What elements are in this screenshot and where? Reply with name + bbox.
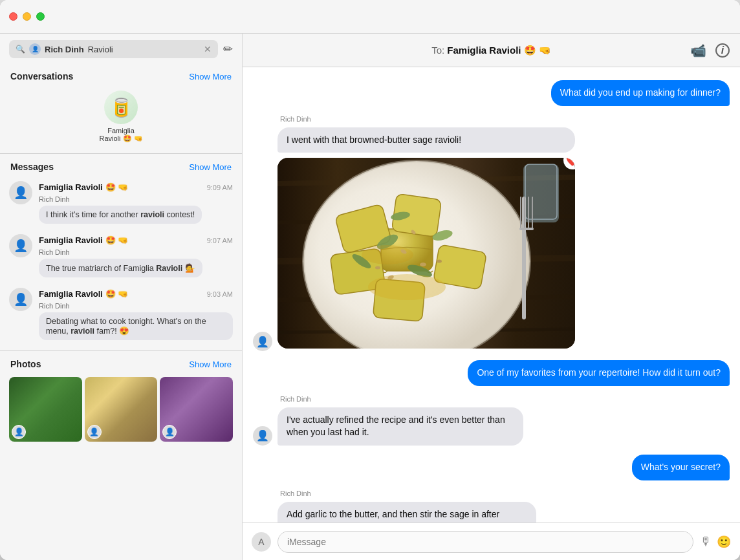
main-content: 🔍 👤 Rich Dinh Ravioli ✕ ✏ Conversations … (0, 34, 740, 560)
chat-actions: 📹 i (690, 43, 730, 58)
sender-name-1: Rich Dinh (280, 115, 575, 123)
search-contact-name: Rich Dinh (45, 45, 84, 54)
bubble-out-3: What's your secret? (632, 455, 730, 480)
msg-avatar-2: 👤 (9, 234, 32, 257)
conversation-item-famiglia[interactable]: 🥫 FamigliaRavioli 🤩 🤜 (0, 85, 242, 148)
msg-time-3: 9:03 AM (207, 290, 233, 298)
minimize-button[interactable] (23, 12, 31, 21)
traffic-lights (9, 12, 45, 21)
group-bubbles-3: Rich Dinh Add garlic to the butter, and … (278, 490, 536, 522)
food-image-svg (278, 158, 575, 349)
msg-group-in-2: 👤 Rich Dinh I've actually refined the re… (253, 395, 587, 446)
msg-time-1: 9:09 AM (207, 184, 233, 191)
chat-area: To: Famiglia Ravioli 🤩 🤜 📹 i What did yo… (243, 34, 740, 560)
photo-thumb-2[interactable]: 👤 (85, 377, 158, 442)
food-image-container: ❤️ (278, 158, 575, 349)
sidebar: 🔍 👤 Rich Dinh Ravioli ✕ ✏ Conversations … (0, 34, 243, 560)
group-bubbles-1: Rich Dinh I went with that browned-butte… (278, 115, 575, 352)
search-query-text: Ravioli (88, 45, 113, 54)
compose-button[interactable]: ✏ (223, 42, 233, 56)
msg-group-name-2: Famiglia Ravioli 🤩 🤜 (39, 235, 128, 245)
bubble-in-1: I went with that browned-butter sage rav… (278, 127, 575, 153)
svg-point-27 (375, 266, 380, 270)
message-row-3[interactable]: 👤 Famiglia Ravioli 🤩 🤜 Rich Dinh 9:03 AM… (0, 283, 242, 345)
svg-rect-31 (520, 197, 521, 229)
food-image-wrapper: ❤️ (278, 158, 575, 349)
photo-avatar-1: 👤 (12, 425, 26, 439)
contact-avatar-search: 👤 (29, 43, 41, 55)
messages-header: Messages Show More (0, 154, 242, 176)
sender-name-3: Rich Dinh (280, 490, 536, 497)
msg-header-1: Famiglia Ravioli 🤩 🤜 Rich Dinh 9:09 AM (39, 181, 233, 204)
close-button[interactable] (9, 12, 17, 21)
input-actions: 🎙 🙂 (700, 535, 731, 549)
msg-preview-3: Debating what to cook tonight. What's on… (39, 312, 233, 340)
bubble-in-2: I've actually refined the recipe and it'… (278, 407, 523, 446)
photo-thumb-1[interactable]: 👤 (9, 377, 82, 442)
svg-point-23 (420, 263, 426, 266)
to-label: To: (431, 45, 447, 56)
sender-avatar-2: 👤 (253, 426, 272, 446)
chat-title: To: Famiglia Ravioli 🤩 🤜 (431, 45, 551, 56)
message-row-1[interactable]: 👤 Famiglia Ravioli 🤩 🤜 Rich Dinh 9:09 AM… (0, 176, 242, 229)
message-input[interactable] (278, 531, 693, 553)
photo-avatar-2: 👤 (87, 425, 102, 439)
video-call-button[interactable]: 📹 (690, 43, 706, 58)
search-icon: 🔍 (16, 45, 25, 54)
photos-grid: 👤 👤 👤 (0, 373, 242, 451)
msg-body-2: Famiglia Ravioli 🤩 🤜 Rich Dinh 9:07 AM T… (39, 234, 233, 277)
msg-out-3: What's your secret? (253, 455, 730, 480)
svg-rect-35 (519, 228, 534, 230)
famiglia-avatar: 🥫 (104, 91, 138, 124)
maximize-button[interactable] (36, 12, 45, 21)
conversations-header: Conversations Show More (0, 63, 242, 85)
photo-thumb-3[interactable]: 👤 (160, 377, 233, 442)
photos-title: Photos (10, 359, 41, 369)
sender-avatar-1: 👤 (253, 332, 272, 351)
apps-button[interactable]: A (252, 532, 271, 552)
chat-header: To: Famiglia Ravioli 🤩 🤜 📹 i (243, 34, 740, 67)
msg-group-in-1: 👤 Rich Dinh I went with that browned-but… (253, 115, 587, 352)
svg-rect-32 (524, 197, 525, 229)
msg-group-in-3: 👤 Rich Dinh Add garlic to the butter, an… (253, 490, 587, 522)
msg-avatar-1: 👤 (9, 181, 32, 204)
svg-point-20 (368, 274, 446, 300)
message-row-2[interactable]: 👤 Famiglia Ravioli 🤩 🤜 Rich Dinh 9:07 AM… (0, 229, 242, 283)
msg-out-2: One of my favorites from your repertoire… (253, 360, 730, 386)
search-bar[interactable]: 🔍 👤 Rich Dinh Ravioli ✕ (9, 40, 218, 58)
famiglia-name: FamigliaRavioli 🤩 🤜 (99, 127, 142, 143)
photo-avatar-3: 👤 (162, 425, 177, 439)
msg-header-2: Famiglia Ravioli 🤩 🤜 Rich Dinh 9:07 AM (39, 234, 233, 257)
photos-show-more[interactable]: Show More (189, 360, 232, 369)
conversations-title: Conversations (10, 71, 73, 81)
messages-show-more[interactable]: Show More (189, 162, 232, 172)
msg-group-name-3: Famiglia Ravioli 🤩 🤜 (39, 289, 128, 299)
bubble-out-2: One of my favorites from your repertoire… (468, 360, 730, 386)
messages-title: Messages (10, 162, 54, 172)
photos-header: Photos Show More (0, 351, 242, 373)
bubble-in-3: Add garlic to the butter, and then stir … (278, 502, 536, 522)
svg-rect-34 (532, 197, 533, 229)
msg-avatar-3: 👤 (9, 288, 32, 311)
msg-time-2: 9:07 AM (207, 237, 233, 244)
chat-input-bar: A 🎙 🙂 (243, 522, 740, 560)
photos-section: Photos Show More 👤 👤 👤 (0, 350, 242, 451)
search-clear-button[interactable]: ✕ (204, 44, 212, 54)
msg-body-3: Famiglia Ravioli 🤩 🤜 Rich Dinh 9:03 AM D… (39, 288, 233, 340)
svg-rect-33 (528, 197, 529, 229)
msg-preview-1: I think it's time for another ravioli co… (39, 206, 202, 224)
titlebar (0, 0, 740, 34)
messages-section: Messages Show More 👤 Famiglia Ravioli 🤩 … (0, 153, 242, 350)
msg-header-3: Famiglia Ravioli 🤩 🤜 Rich Dinh 9:03 AM (39, 288, 233, 311)
msg-out-1: What did you end up making for dinner? (253, 80, 730, 106)
svg-point-25 (437, 260, 442, 263)
emoji-button[interactable]: 🙂 (717, 535, 731, 549)
conversations-show-more[interactable]: Show More (189, 72, 232, 81)
bubble-out-1: What did you end up making for dinner? (551, 80, 730, 106)
messages-list: What did you end up making for dinner? 👤… (243, 67, 740, 522)
messages-window: 🔍 👤 Rich Dinh Ravioli ✕ ✏ Conversations … (0, 0, 740, 560)
sender-name-2: Rich Dinh (280, 395, 523, 403)
audio-button[interactable]: 🎙 (700, 535, 712, 548)
msg-body-1: Famiglia Ravioli 🤩 🤜 Rich Dinh 9:09 AM I… (39, 181, 233, 224)
info-button[interactable]: i (715, 43, 730, 58)
